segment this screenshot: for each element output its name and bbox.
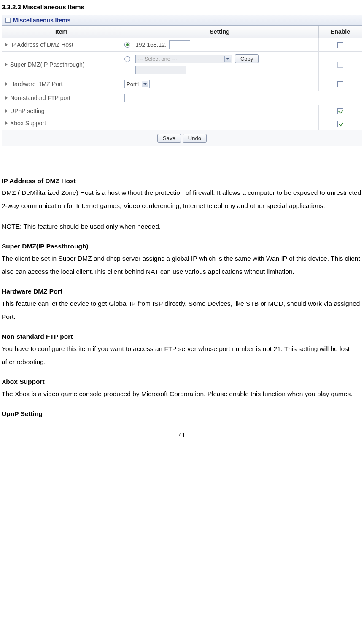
section-heading: 3.3.2.3 Miscellaneous Items	[2, 3, 362, 11]
th-item: Item	[2, 26, 121, 38]
row-ftp-port: Non-standard FTP port	[2, 91, 362, 105]
label-ftp-port: Non-standard FTP port	[10, 94, 70, 101]
panel-title: Miscellaneous Items	[13, 17, 70, 24]
label-super-dmz: Super DMZ(IP Passthrough)	[10, 61, 84, 68]
row-hw-dmz: Hardware DMZ Port Port1	[2, 77, 362, 91]
para-xbox: The Xbox is a video game console produce…	[2, 387, 362, 400]
chevron-down-icon	[226, 58, 229, 60]
save-button[interactable]: Save	[157, 134, 181, 143]
copy-button[interactable]: Copy	[235, 54, 259, 63]
radio-super-dmz[interactable]	[124, 56, 130, 62]
enable-xbox-checkbox[interactable]	[337, 121, 343, 127]
enable-hw-dmz-checkbox[interactable]	[337, 81, 343, 87]
th-setting: Setting	[121, 26, 318, 38]
heading-dmz-host: IP Address of DMZ Host	[2, 176, 362, 186]
select-hw-dmz-port-value: Port1	[127, 81, 140, 87]
label-hw-dmz: Hardware DMZ Port	[10, 81, 62, 87]
select-arrow-btn	[224, 56, 231, 62]
button-row: Save Undo	[2, 130, 362, 146]
radio-dmz-ip[interactable]	[124, 42, 130, 48]
enable-dmz-host-checkbox[interactable]	[337, 42, 343, 48]
heading-super-dmz: Super DMZ(IP Passthrough)	[2, 241, 362, 252]
label-upnp: UPnP setting	[10, 108, 44, 114]
heading-xbox: Xbox Support	[2, 377, 362, 387]
para-super-dmz: The client be set in Super DMZ and dhcp …	[2, 252, 362, 278]
arrow-icon	[5, 82, 8, 86]
label-xbox: Xbox Support	[10, 120, 46, 127]
row-dmz-host: IP Address of DMZ Host 192.168.12.	[2, 38, 362, 52]
th-enable: Enable	[319, 26, 362, 38]
page-number: 41	[2, 432, 362, 438]
row-xbox: Xbox Support	[2, 117, 362, 130]
select-arrow-btn	[142, 81, 148, 87]
para-note: NOTE: This feature should be used only w…	[2, 220, 362, 233]
ip-prefix: 192.168.12.	[135, 41, 167, 48]
row-super-dmz: Super DMZ(IP Passthrough) --- Select one…	[2, 52, 362, 77]
row-upnp: UPnP setting	[2, 105, 362, 117]
arrow-icon	[5, 96, 8, 100]
para-ftp: You have to configure this item if you w…	[2, 342, 362, 368]
arrow-icon	[5, 63, 8, 66]
select-super-dmz-value: --- Select one ---	[138, 56, 178, 62]
panel-header: Miscellaneous Items	[2, 15, 362, 26]
arrow-icon	[5, 109, 8, 113]
ftp-port-input[interactable]	[124, 94, 158, 102]
para-dmz-host: DMZ ( DeMilitarized Zone) Host is a host…	[2, 186, 362, 212]
arrow-icon	[5, 43, 8, 46]
enable-super-dmz-checkbox[interactable]	[337, 62, 343, 68]
ip-suffix-input[interactable]	[169, 40, 190, 49]
undo-button[interactable]: Undo	[183, 134, 207, 143]
heading-upnp: UpnP Setting	[2, 409, 362, 419]
settings-table: Item Setting Enable IP Address of DMZ Ho…	[2, 26, 362, 130]
select-hw-dmz-port[interactable]: Port1	[124, 80, 150, 88]
misc-items-panel: Miscellaneous Items Item Setting Enable …	[2, 15, 362, 146]
select-super-dmz[interactable]: --- Select one ---	[135, 55, 232, 63]
super-dmz-text-input[interactable]	[135, 66, 186, 74]
para-hw-dmz: This feature can let the device to get G…	[2, 297, 362, 323]
arrow-icon	[5, 121, 8, 125]
document-body: IP Address of DMZ Host DMZ ( DeMilitariz…	[2, 176, 362, 419]
enable-upnp-checkbox[interactable]	[337, 108, 343, 114]
heading-ftp: Non-standard FTP port	[2, 332, 362, 342]
chevron-down-icon	[143, 83, 147, 85]
panel-icon	[5, 18, 11, 23]
label-dmz-host: IP Address of DMZ Host	[10, 41, 73, 48]
heading-hw-dmz: Hardware DMZ Port	[2, 286, 362, 297]
